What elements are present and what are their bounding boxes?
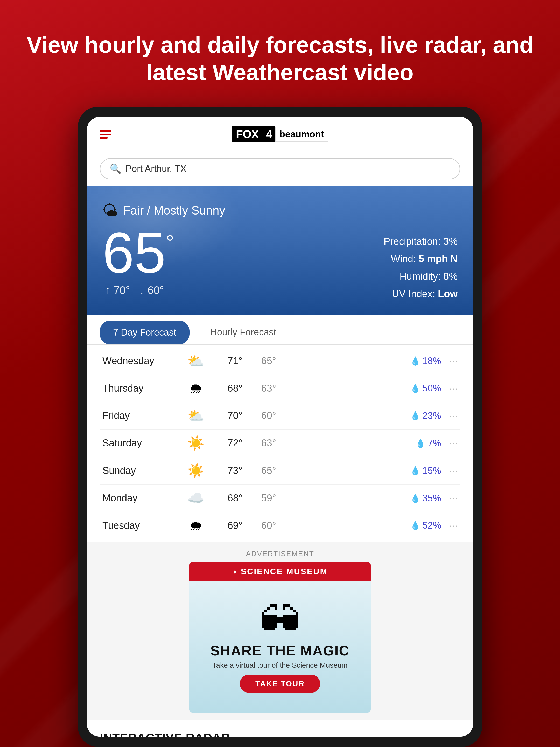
- forecast-day: Sunday: [102, 465, 180, 476]
- logo-fox: FOX: [232, 126, 263, 143]
- search-value: Port Arthur, TX: [126, 163, 186, 174]
- temp-low: ↓: [139, 284, 144, 296]
- forecast-low: 65°: [245, 465, 276, 476]
- search-icon: 🔍: [110, 163, 121, 174]
- forecast-more[interactable]: ···: [449, 383, 458, 394]
- forecast-icon: ⛅: [180, 408, 211, 423]
- forecast-high: 72°: [211, 438, 242, 449]
- ad-main-title: SHARE THE MAGIC: [210, 642, 349, 659]
- temp-high-val: 70°: [113, 284, 130, 296]
- temp-value: 65: [102, 224, 166, 281]
- ad-top-bar: ✦ SCIENCE MUSEUM: [189, 562, 371, 581]
- weather-icon: 🌤: [102, 201, 118, 219]
- ad-sub-title: Take a virtual tour of the Science Museu…: [212, 661, 347, 669]
- forecast-high: 73°: [211, 465, 242, 476]
- forecast-precip: 💧52%: [410, 520, 441, 531]
- forecast-more[interactable]: ···: [449, 355, 458, 367]
- forecast-icon: ⛅: [180, 353, 211, 369]
- weather-main: 65 ° ↑ 70° ↓ 60° Precipitation: 3%: [102, 224, 458, 305]
- advertisement-section: ADVERTISEMENT ✦ SCIENCE MUSEUM 🕶 SHARE T…: [87, 542, 473, 720]
- humidity-detail: Humidity: 8%: [384, 270, 458, 283]
- forecast-precip: 💧50%: [410, 383, 441, 394]
- table-row: Tuesday 🌧 69° 60° 💧52% ···: [100, 512, 460, 539]
- forecast-high: 70°: [211, 410, 242, 421]
- weather-condition: 🌤 Fair / Mostly Sunny: [102, 201, 458, 219]
- forecast-low: 59°: [245, 493, 276, 504]
- forecast-day: Thursday: [102, 383, 180, 394]
- forecast-more[interactable]: ···: [449, 410, 458, 421]
- header-title: View hourly and daily forecasts, live ra…: [27, 32, 534, 85]
- table-row: Friday ⛅ 70° 60° 💧23% ···: [100, 402, 460, 430]
- ad-museum-name: ✦ SCIENCE MUSEUM: [232, 567, 328, 576]
- wind-detail: Wind: 5 mph N: [384, 252, 458, 266]
- forecast-list: Wednesday ⛅ 71° 65° 💧18% ··· Thursday 🌧 …: [87, 345, 473, 542]
- humidity-text: Humidity: 8%: [400, 271, 458, 282]
- condition-text: Fair / Mostly Sunny: [123, 203, 225, 217]
- table-row: Monday ☁️ 68° 59° 💧35% ···: [100, 485, 460, 512]
- table-row: Wednesday ⛅ 71° 65° 💧18% ···: [100, 347, 460, 375]
- temp-high: ↑: [105, 284, 110, 296]
- temp-degree: °: [166, 232, 174, 253]
- forecast-tabs: 7 Day Forecast Hourly Forecast: [87, 315, 473, 345]
- tab-hourly[interactable]: Hourly Forecast: [197, 320, 289, 344]
- forecast-high: 68°: [211, 493, 242, 504]
- search-bar: 🔍 Port Arthur, TX: [87, 152, 473, 186]
- forecast-precip: 💧7%: [415, 438, 441, 449]
- table-row: Thursday 🌧 68° 63° 💧50% ···: [100, 375, 460, 402]
- uv-detail: UV Index: Low: [384, 287, 458, 301]
- precipitation-text: Precipitation: 3%: [384, 236, 458, 247]
- tablet-device: FOX 4 beaumont 🔍 Port Arthur, TX 🌤 Fair …: [78, 107, 482, 747]
- forecast-icon: 🌧: [180, 381, 211, 396]
- forecast-precip: 💧18%: [410, 356, 441, 366]
- radar-title: INTERACTIVE RADAR: [100, 731, 460, 737]
- weather-details: Precipitation: 3% Wind: 5 mph N Humidity…: [384, 235, 458, 305]
- forecast-icon: ☀️: [180, 435, 211, 451]
- forecast-low: 63°: [245, 438, 276, 449]
- forecast-icon: ☀️: [180, 463, 211, 479]
- page-header: View hourly and daily forecasts, live ra…: [0, 31, 560, 86]
- weather-hero: 🌤 Fair / Mostly Sunny 65 ° ↑ 70° ↓ 60°: [87, 186, 473, 315]
- forecast-precip: 💧35%: [410, 493, 441, 504]
- top-bar: FOX 4 beaumont: [87, 117, 473, 152]
- ad-glasses-icon: 🕶: [259, 597, 301, 645]
- forecast-day: Friday: [102, 410, 180, 421]
- tab-7day[interactable]: 7 Day Forecast: [100, 320, 189, 344]
- forecast-icon: ☁️: [180, 490, 211, 506]
- forecast-high: 68°: [211, 383, 242, 394]
- forecast-low: 65°: [245, 355, 276, 366]
- forecast-low: 60°: [245, 520, 276, 531]
- precipitation-detail: Precipitation: 3%: [384, 235, 458, 249]
- app-logo: FOX 4 beaumont: [232, 126, 328, 143]
- table-row: Sunday ☀️ 73° 65° 💧15% ···: [100, 457, 460, 485]
- forecast-high: 71°: [211, 355, 242, 366]
- temp-section: 65 ° ↑ 70° ↓ 60°: [102, 224, 174, 297]
- forecast-low: 63°: [245, 383, 276, 394]
- forecast-high: 69°: [211, 520, 242, 531]
- search-input[interactable]: 🔍 Port Arthur, TX: [100, 158, 460, 179]
- forecast-day: Saturday: [102, 438, 180, 449]
- ad-banner[interactable]: ✦ SCIENCE MUSEUM 🕶 SHARE THE MAGIC Take …: [189, 562, 371, 713]
- forecast-low: 60°: [245, 410, 276, 421]
- temp-low-val: 60°: [148, 284, 164, 296]
- forecast-more[interactable]: ···: [449, 492, 458, 504]
- forecast-precip: 💧15%: [410, 465, 441, 476]
- temp-range: ↑ 70° ↓ 60°: [105, 284, 174, 297]
- forecast-day: Monday: [102, 493, 180, 504]
- forecast-day: Tuesday: [102, 520, 180, 531]
- logo-number: 4: [263, 126, 275, 143]
- logo-station: beaumont: [275, 127, 328, 142]
- hamburger-menu[interactable]: [100, 130, 111, 138]
- radar-section: INTERACTIVE RADAR: [87, 720, 473, 737]
- ad-take-tour-button[interactable]: TAKE TOUR: [240, 675, 320, 693]
- forecast-more[interactable]: ···: [449, 465, 458, 476]
- forecast-precip: 💧23%: [410, 410, 441, 421]
- forecast-more[interactable]: ···: [449, 520, 458, 532]
- forecast-more[interactable]: ···: [449, 437, 458, 449]
- forecast-icon: 🌧: [180, 518, 211, 533]
- table-row: Saturday ☀️ 72° 63° 💧7% ···: [100, 430, 460, 457]
- temperature-display: 65 °: [102, 224, 174, 281]
- forecast-day: Wednesday: [102, 355, 180, 366]
- ad-label: ADVERTISEMENT: [246, 550, 314, 558]
- tablet-screen: FOX 4 beaumont 🔍 Port Arthur, TX 🌤 Fair …: [87, 117, 473, 737]
